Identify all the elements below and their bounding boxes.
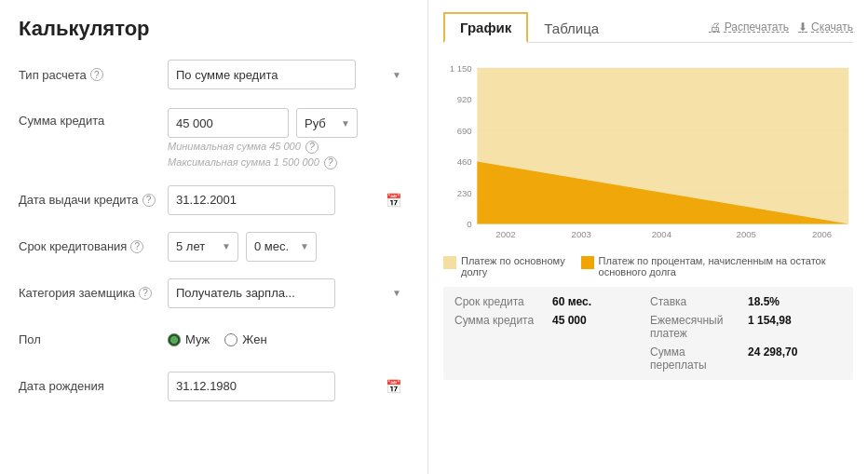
currency-select[interactable]: Руб USD EUR	[296, 108, 358, 138]
download-button[interactable]: ⬇ Скачать	[798, 20, 853, 34]
legend-item-principal: Платеж по основному долгу	[443, 255, 570, 278]
gender-female-option[interactable]: Жен	[224, 332, 266, 346]
borrower-category-select-wrapper: Получатель зарпла... ▼	[168, 278, 409, 308]
svg-text:2002: 2002	[495, 229, 515, 239]
tab-table[interactable]: Таблица	[528, 14, 615, 42]
chart-legend: Платеж по основному долгу Платеж по проц…	[443, 255, 853, 278]
max-hint-icon[interactable]: ?	[324, 156, 337, 169]
summary-value-1: 45 000	[550, 311, 648, 343]
loan-term-control: 1 год 2 года 3 года 4 года 5 лет ▼ 0 мес…	[168, 232, 409, 262]
birth-date-input[interactable]	[168, 372, 335, 401]
svg-text:920: 920	[457, 94, 472, 104]
summary-table: Срок кредита 60 мес. Ставка 18.5% Сумма …	[443, 287, 853, 380]
print-icon: 🖨	[710, 20, 721, 34]
borrower-category-select[interactable]: Получатель зарпла...	[168, 278, 335, 308]
min-hint-icon[interactable]: ?	[305, 141, 319, 154]
gender-female-radio[interactable]	[224, 333, 237, 346]
loan-date-calendar-icon[interactable]: 📅	[386, 193, 401, 208]
gender-label: Пол	[19, 332, 168, 346]
loan-date-row: Дата выдачи кредита ? 📅	[19, 183, 409, 217]
borrower-category-help-icon[interactable]: ?	[139, 287, 152, 300]
svg-text:230: 230	[457, 188, 472, 198]
svg-text:460: 460	[457, 156, 472, 167]
svg-text:2003: 2003	[572, 229, 591, 239]
summary-label-4-empty	[453, 343, 550, 374]
legend-principal-label: Платеж по основному долгу	[461, 255, 570, 278]
chart-svg: 1 150 920 690 460 230 0 2002 2003 2004 2…	[443, 52, 853, 248]
summary-label-1: Сумма кредита	[453, 311, 550, 343]
svg-text:0: 0	[467, 219, 471, 229]
summary-value-0: 60 мес.	[550, 292, 648, 311]
borrower-category-label: Категория заемщика ?	[19, 286, 168, 300]
loan-date-help-icon[interactable]: ?	[142, 194, 156, 207]
loan-date-input[interactable]	[168, 185, 335, 215]
loan-term-years-select[interactable]: 1 год 2 года 3 года 4 года 5 лет	[168, 232, 238, 262]
birth-date-label: Дата рождения	[19, 379, 168, 393]
gender-radio-group: Муж Жен	[168, 332, 409, 346]
loan-term-months-select[interactable]: 0 мес. 1 мес. 2 мес.	[246, 232, 317, 262]
gender-female-label: Жен	[242, 332, 266, 346]
summary-label-3: Ежемесячный платеж	[648, 311, 746, 343]
calculation-type-label: Тип расчета ?	[19, 68, 168, 82]
summary-value-3: 1 154,98	[746, 311, 844, 343]
loan-term-months-wrapper: 0 мес. 1 мес. 2 мес. ▼	[246, 232, 317, 262]
legend-interest-label: Платеж по процентам, начисленным на оста…	[599, 255, 853, 278]
chart-area: 1 150 920 690 460 230 0 2002 2003 2004 2…	[443, 52, 853, 248]
download-icon: ⬇	[798, 20, 807, 34]
loan-amount-inputs: Руб USD EUR ▼	[168, 108, 409, 138]
birth-date-input-wrapper: 📅	[168, 372, 409, 401]
gender-control: Муж Жен	[168, 332, 409, 346]
currency-select-wrapper: Руб USD EUR ▼	[296, 108, 358, 138]
borrower-category-arrow-icon: ▼	[392, 288, 401, 298]
birth-date-row: Дата рождения 📅	[19, 370, 409, 403]
loan-term-inputs: 1 год 2 года 3 года 4 года 5 лет ▼ 0 мес…	[168, 232, 409, 262]
calculation-type-help-icon[interactable]: ?	[90, 68, 103, 81]
loan-date-label: Дата выдачи кредита ?	[19, 193, 168, 207]
calculation-type-row: Тип расчета ? По сумме кредита По ежемес…	[19, 58, 409, 91]
gender-row: Пол Муж Жен	[19, 323, 409, 357]
birth-date-control: 📅	[168, 372, 409, 401]
calculation-type-arrow-icon: ▼	[392, 70, 401, 80]
loan-amount-row: Сумма кредита Руб USD EUR ▼ Минимальная …	[19, 104, 409, 170]
legend-interest-color	[581, 256, 594, 269]
summary-label-4: Сумма переплаты	[648, 343, 746, 374]
birth-date-calendar-icon[interactable]: 📅	[386, 379, 401, 394]
summary-label-2: Ставка	[648, 292, 746, 311]
loan-date-input-wrapper: 📅	[168, 185, 409, 215]
loan-amount-hint-min: Минимальная сумма 45 000 ?	[168, 140, 409, 154]
loan-amount-label: Сумма кредита	[19, 108, 168, 128]
borrower-category-control: Получатель зарпла... ▼	[168, 278, 409, 308]
loan-date-control: 📅	[168, 185, 409, 215]
summary-value-4: 24 298,70	[746, 343, 844, 374]
svg-text:2005: 2005	[737, 229, 756, 239]
loan-amount-hint-max: Максимальная сумма 1 500 000 ?	[168, 156, 409, 169]
borrower-category-row: Категория заемщика ? Получатель зарпла..…	[19, 277, 409, 310]
loan-term-row: Срок кредитования ? 1 год 2 года 3 года …	[19, 230, 409, 264]
svg-text:690: 690	[457, 126, 472, 136]
summary-label-0: Срок кредита	[453, 292, 550, 311]
print-button[interactable]: 🖨 Распечатать	[710, 20, 789, 34]
right-panel: График Таблица 🖨 Распечатать ⬇ Скачать 1…	[428, 0, 868, 474]
summary-value-4-empty	[550, 343, 648, 374]
svg-text:2004: 2004	[652, 229, 672, 239]
tab-chart[interactable]: График	[443, 12, 528, 43]
calculation-type-control: По сумме кредита По ежемесячному платежу…	[168, 60, 409, 89]
legend-item-interest: Платеж по процентам, начисленным на оста…	[581, 255, 853, 278]
tabs-bar: График Таблица 🖨 Распечатать ⬇ Скачать	[443, 11, 853, 43]
legend-principal-color	[443, 256, 456, 269]
svg-text:1 150: 1 150	[450, 63, 472, 74]
loan-amount-control: Руб USD EUR ▼ Минимальная сумма 45 000 ?…	[168, 108, 409, 170]
tab-actions: 🖨 Распечатать ⬇ Скачать	[710, 20, 853, 34]
gender-male-label: Муж	[185, 332, 210, 346]
loan-term-label: Срок кредитования ?	[19, 239, 168, 253]
left-panel: Калькулятор Тип расчета ? По сумме креди…	[0, 0, 428, 474]
summary-value-2: 18.5%	[746, 292, 844, 311]
page-title: Калькулятор	[19, 17, 409, 41]
gender-male-radio[interactable]	[168, 333, 181, 346]
loan-amount-input[interactable]	[168, 108, 289, 138]
svg-text:2006: 2006	[812, 229, 832, 239]
calculation-type-select[interactable]: По сумме кредита По ежемесячному платежу	[168, 60, 356, 89]
loan-term-help-icon[interactable]: ?	[130, 240, 143, 253]
gender-male-option[interactable]: Муж	[168, 332, 210, 346]
calculation-type-select-wrapper: По сумме кредита По ежемесячному платежу…	[168, 60, 409, 89]
